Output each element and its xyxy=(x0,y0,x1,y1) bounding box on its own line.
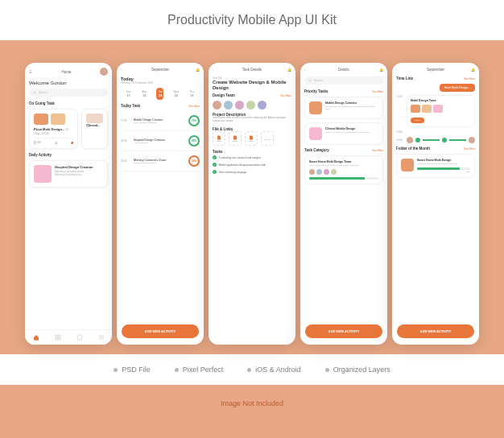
open-button[interactable]: OPEN xyxy=(411,118,424,123)
svg-rect-5 xyxy=(77,335,81,340)
avatar[interactable] xyxy=(224,101,233,110)
feature-item: Organized Layers xyxy=(325,366,390,374)
feature-item: Pixel Perfect xyxy=(175,366,224,374)
bell-icon[interactable]: 🔔 xyxy=(471,68,475,72)
folder-title: Smart Home Mobi Design xyxy=(417,159,470,162)
avatar[interactable] xyxy=(309,169,315,175)
daily-activity-card[interactable]: Hospital Design Creation Selecting & upl… xyxy=(29,160,108,188)
task-time: 08:30 xyxy=(121,159,130,163)
user-avatar[interactable] xyxy=(100,68,108,76)
chart-icon: 📊 xyxy=(55,141,57,144)
view-more-link[interactable]: View More xyxy=(372,90,383,93)
nav-apps-icon[interactable] xyxy=(55,334,61,341)
section-timeline: Time Line xyxy=(396,76,413,81)
back-icon[interactable]: ‹ xyxy=(396,68,400,72)
avatar[interactable] xyxy=(331,169,337,175)
avatar[interactable] xyxy=(258,101,266,110)
section-ongoing: On Going Task xyxy=(29,101,55,105)
progress-bar xyxy=(417,167,470,170)
section-daily: Daily Activity xyxy=(29,153,52,157)
activity-thumbnail xyxy=(34,165,52,183)
priority-desc: Tempus ac faucibus. Pharetra morbi lacus… xyxy=(325,131,378,134)
date-item[interactable]: Wed14 xyxy=(172,88,180,100)
smart-home-card[interactable]: Smart Home Mobi Design Team Nunc, suspen… xyxy=(304,155,383,184)
add-activity-button[interactable]: ADD NEW ACTIVITY xyxy=(305,324,382,338)
avatar[interactable] xyxy=(324,169,329,175)
today-task-row[interactable]: 07:00 Mobile Design CreationStart market… xyxy=(121,111,200,131)
file-add[interactable]: +Add File xyxy=(261,131,274,146)
file-pdf[interactable]: PDF xyxy=(213,131,225,146)
avatar[interactable] xyxy=(235,101,244,110)
tl-thumbnail xyxy=(433,105,443,113)
phones-row: ☰ Home Welcome Gordon Search On Going Ta… xyxy=(14,40,490,354)
svg-rect-1 xyxy=(56,335,57,337)
section-folder: Folder of the Month xyxy=(396,147,430,151)
section-priority: Priority Tasks xyxy=(304,89,328,93)
avatar[interactable] xyxy=(316,169,322,175)
search-icon xyxy=(33,91,36,94)
back-icon[interactable]: ‹ xyxy=(121,68,125,72)
card-title: Pizza Mobi Design... 31 Sep. 2023 xyxy=(34,127,73,135)
nav-menu-icon[interactable] xyxy=(98,334,105,341)
task-check-row[interactable]: ✓Mobile application design presentation … xyxy=(213,161,291,168)
today-task-row[interactable]: 08:00 Hospital Design CreationAdd illust… xyxy=(121,131,200,151)
folder-card[interactable]: Smart Home Mobi Design Suspendisse variu… xyxy=(396,154,475,178)
add-activity-button[interactable]: ADD NEW ACTIVITY xyxy=(397,324,474,338)
nav-home-icon[interactable] xyxy=(33,334,39,341)
task-check-row[interactable]: ✓Start marketing campaign xyxy=(213,168,291,176)
back-icon[interactable]: ‹ xyxy=(213,68,217,72)
feature-row: PSD File Pixel Perfect iOS & Android Org… xyxy=(0,354,504,385)
view-more-link[interactable]: View More xyxy=(372,149,383,152)
progress-ring: 75% xyxy=(188,115,200,126)
priority-desc: Suspendisse varius vestibulum. Cursus eg… xyxy=(325,105,378,110)
today-task-row[interactable]: 08:30 Meeting Customers ZoomDesign Photo… xyxy=(121,151,200,171)
menu-icon[interactable]: ☰ xyxy=(29,70,33,74)
search-input[interactable]: Search xyxy=(304,76,383,85)
date-item[interactable]: Thu15 xyxy=(188,88,196,100)
team-avatars xyxy=(213,101,291,110)
smart-desc: Nunc, suspendisse risus magna ullamcorpe… xyxy=(309,164,378,167)
header-title: Home xyxy=(61,70,71,74)
check-icon: ✓ xyxy=(213,170,217,174)
avatar[interactable] xyxy=(213,101,221,110)
task-sub: Design Photo Application xyxy=(134,162,185,164)
ongoing-card-2[interactable]: Clinical... xyxy=(81,109,108,149)
tl-avatar xyxy=(469,137,475,143)
back-icon[interactable]: ‹ xyxy=(304,68,308,72)
view-more-link[interactable]: View More xyxy=(464,147,475,151)
bell-icon[interactable]: 🔔 xyxy=(196,68,200,72)
date-item[interactable]: Sun11 xyxy=(125,88,132,100)
timeline-time: 12:00 xyxy=(396,95,404,98)
check-icon: ✓ xyxy=(213,163,217,167)
priority-thumbnail xyxy=(309,101,322,114)
file-list: PDF DOC JPG +Add File xyxy=(213,131,291,146)
tl-thumbnail xyxy=(411,105,420,113)
timeline-tag[interactable]: Hotel Mobil Design... xyxy=(440,84,475,92)
add-activity-button[interactable]: ADD NEW ACTIVITY xyxy=(122,324,199,338)
view-more-link[interactable]: View More xyxy=(188,105,200,108)
progress-ring: 50% xyxy=(188,155,200,167)
today-date: Thursday, 12th September 2024 xyxy=(121,81,200,85)
section-task-category: Task Category xyxy=(304,148,329,152)
avatar[interactable] xyxy=(246,101,255,110)
priority-task-card[interactable]: Clinical Mobile DesignTempus ac faucibus… xyxy=(304,122,383,145)
svg-rect-2 xyxy=(58,335,60,337)
file-doc[interactable]: DOC xyxy=(229,131,242,146)
check-icon: ✓ xyxy=(213,155,217,159)
ongoing-card-1[interactable]: Pizza Mobi Design... 31 Sep. 2023 💬 150 … xyxy=(29,109,78,149)
priority-title: Clinical Mobile Design xyxy=(325,127,378,130)
search-input[interactable]: Search xyxy=(29,89,108,97)
timeline-card[interactable]: Mobil Design Team OPEN xyxy=(407,95,475,127)
bell-icon[interactable]: 🔔 xyxy=(379,68,383,72)
view-more-link[interactable]: View More xyxy=(464,77,475,81)
priority-task-card[interactable]: Mobile Design CreationSuspendisse varius… xyxy=(304,97,383,119)
nav-clipboard-icon[interactable] xyxy=(76,334,83,341)
card-title: Clinical... xyxy=(86,123,103,127)
date-item[interactable]: Mon12 xyxy=(140,88,148,100)
task-check-row[interactable]: ✓Conducting user research and analysis xyxy=(213,154,291,161)
view-more-link[interactable]: View More xyxy=(280,94,291,97)
task-sub: Start marketing campaign xyxy=(134,122,185,124)
date-item-active[interactable]: Tue13 xyxy=(156,88,163,100)
file-jpg[interactable]: JPG xyxy=(245,131,258,146)
bell-icon[interactable]: 🔔 xyxy=(287,68,291,72)
